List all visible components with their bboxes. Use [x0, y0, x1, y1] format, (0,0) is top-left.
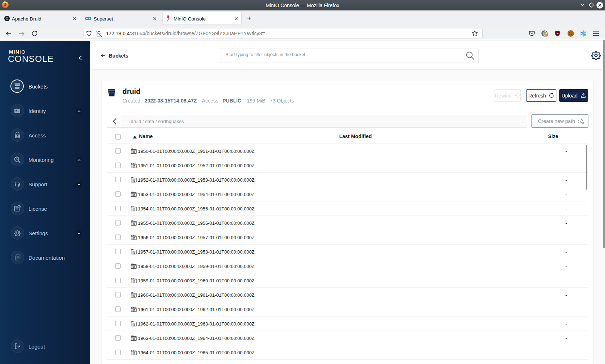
svg-text:UO: UO [556, 32, 559, 35]
